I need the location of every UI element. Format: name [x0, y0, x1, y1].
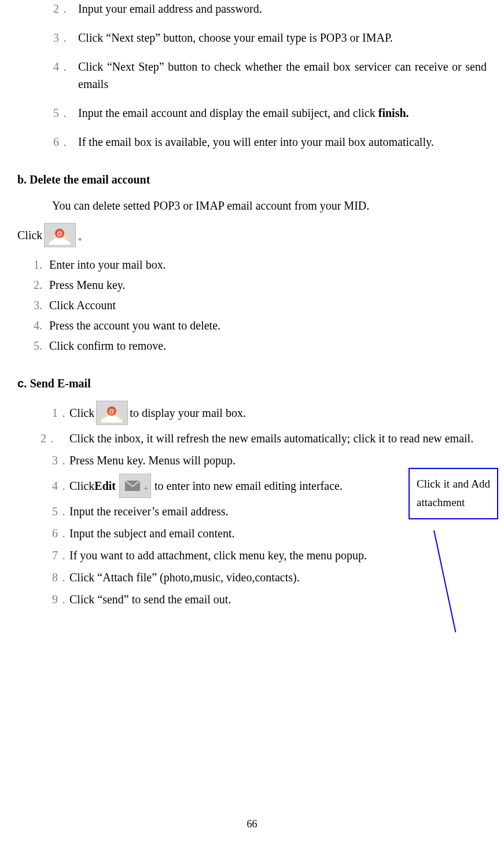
callout-text: Click it and Add attachment	[417, 478, 490, 508]
list-item: 6． Input the subject and email content.	[69, 525, 487, 542]
list-item: 1． Click @ to display your mail box.	[69, 401, 487, 425]
list-item: 2． Click the inbox, it will refresh the …	[69, 430, 487, 447]
item-number: 4．	[52, 477, 69, 494]
item-text: Click Account	[49, 299, 116, 312]
list-item: 3． Press Menu key. Menus will popup.	[69, 452, 487, 469]
item-number: 1．	[52, 404, 69, 422]
item-text: Input your email address and password.	[78, 2, 262, 15]
item-number: 3．	[53, 29, 71, 46]
item-number: 5.	[34, 337, 42, 354]
section-b-list: 1. Enter into your mail box. 2. Press Me…	[17, 256, 487, 354]
list-item: 4． Click “Next Step” button to check whe…	[78, 58, 487, 93]
item-text: Input the receiver’s email address.	[69, 505, 229, 518]
list-item: 1. Enter into your mail box.	[49, 256, 487, 273]
section-b-heading: b. Delete the email account	[17, 171, 487, 188]
item-post: to display your mail box.	[130, 404, 246, 422]
item-text: If the email box is available, you will …	[78, 135, 434, 148]
list-item: 5. Click confirm to remove.	[49, 337, 487, 354]
item-text: Click confirm to remove.	[49, 339, 166, 352]
item-text: Click “send” to send the email out.	[69, 593, 231, 606]
svg-text:@: @	[109, 408, 115, 415]
item-number: 3.	[34, 296, 42, 314]
item-number: 4.	[34, 317, 42, 334]
item-text: Input the subject and email content.	[69, 527, 234, 540]
page-number: 66	[0, 816, 504, 832]
item-text: If you want to add attachment, click men…	[69, 549, 367, 562]
svg-text:+: +	[144, 483, 148, 493]
item-text: Click “Attach file” (photo,music, video,…	[69, 571, 300, 584]
item-pre: Click	[69, 477, 94, 494]
item-text: Press Menu key.	[49, 279, 125, 291]
item-bold: Edit	[94, 477, 116, 494]
list-item: 9． Click “send” to send the email out.	[69, 591, 487, 608]
item-number: 9．	[52, 591, 69, 608]
compose-email-icon: +	[119, 474, 151, 498]
item-pre: Click	[69, 404, 94, 422]
list-item: 7． If you want to add attachment, click …	[69, 547, 487, 564]
item-text: Click “Next Step” button to check whethe…	[78, 60, 487, 90]
item-number: 6．	[53, 133, 71, 151]
section-b-intro: You can delete setted POP3 or IMAP email…	[52, 197, 487, 214]
list-item: 5． Input the email account and display t…	[78, 104, 487, 122]
email-app-icon: @	[96, 401, 128, 425]
item-text: Input the email account and display the …	[78, 107, 378, 119]
item-number: 6．	[52, 525, 69, 542]
click-row: Click @ 。	[17, 223, 487, 247]
section-a-list: 2． Input your email address and password…	[17, 0, 487, 151]
item-number: 2.	[34, 276, 42, 294]
item-text: Enter into your mail box.	[49, 258, 166, 271]
item-number: 1.	[34, 256, 42, 273]
item-number: 3．	[52, 452, 69, 469]
item-text: Press the account you want to delete.	[49, 319, 220, 332]
item-bold: finish.	[378, 107, 409, 119]
item-number: 7．	[52, 547, 69, 564]
list-item: 6． If the email box is available, you wi…	[78, 133, 487, 151]
item-number: 4．	[53, 58, 71, 75]
item-text: Click the inbox, it will refresh the new…	[69, 432, 473, 445]
click-label: Click	[17, 226, 42, 244]
item-text: Click “Next step” button, choose your em…	[78, 31, 393, 44]
email-app-icon: @	[44, 223, 76, 247]
list-item: 8． Click “Attach file” (photo,music, vid…	[69, 569, 487, 586]
list-item: 4. Press the account you want to delete.	[49, 317, 487, 334]
period-char: 。	[78, 226, 89, 244]
item-post: to enter into new email editing interfac…	[154, 477, 343, 494]
heading-prefix: c.	[17, 377, 27, 390]
item-number: 8．	[52, 569, 69, 586]
heading-main: Send E-mail	[27, 377, 91, 390]
item-text: Press Menu key. Menus will popup.	[69, 454, 236, 467]
callout-box: Click it and Add attachment	[409, 468, 498, 519]
list-item: 2． Input your email address and password…	[78, 0, 487, 17]
list-item: 2. Press Menu key.	[49, 276, 487, 294]
section-c-heading: c. Send E-mail	[17, 375, 487, 392]
list-item: 3． Click “Next step” button, choose your…	[78, 29, 487, 46]
list-item: 3. Click Account	[49, 296, 487, 314]
item-number: 5．	[52, 503, 69, 520]
item-number: 2．	[53, 0, 71, 17]
item-number: 5．	[53, 104, 71, 122]
item-number: 2．	[52, 430, 58, 447]
svg-text:@: @	[57, 230, 62, 237]
